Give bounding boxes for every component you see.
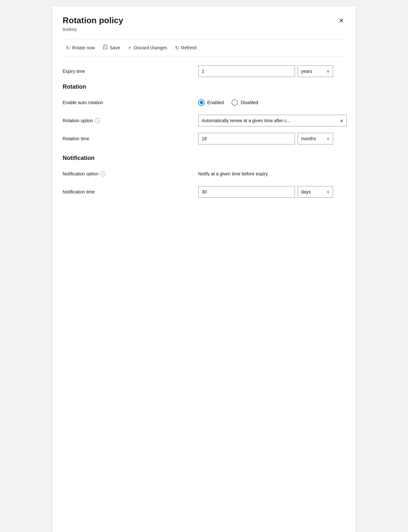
- rotation-option-value: Automatically renew at a given time afte…: [202, 118, 291, 123]
- rotation-time-unit-dropdown[interactable]: months ∨: [298, 133, 333, 144]
- rotate-icon: ↻: [66, 45, 70, 51]
- auto-rotation-label: Enable auto rotation: [63, 100, 198, 105]
- rotation-time-label: Rotation time: [63, 136, 198, 141]
- auto-rotation-control: Enabled Disabled: [198, 99, 345, 106]
- notification-time-label: Notification time: [63, 189, 198, 194]
- rotation-section-title: Rotation: [63, 84, 345, 90]
- enabled-radio[interactable]: Enabled: [198, 99, 224, 106]
- rotation-section: Rotation Enable auto rotation Enabled Di…: [63, 84, 345, 144]
- rotation-policy-panel: Rotation policy testkey ✕ ↻ Rotate now S…: [52, 6, 356, 532]
- auto-rotation-radio-group: Enabled Disabled: [198, 99, 258, 106]
- notification-time-control: days ∨: [198, 186, 345, 198]
- rotation-option-control: Automatically renew at a given time afte…: [198, 115, 347, 126]
- expiry-time-row: Expiry time years ∨: [63, 65, 345, 77]
- expiry-unit-value: years: [301, 69, 312, 74]
- svg-rect-1: [104, 45, 106, 46]
- refresh-button[interactable]: ↻ Refresh: [172, 43, 200, 53]
- notification-option-control: Notify at a given time before expiry: [198, 171, 345, 176]
- close-button[interactable]: ✕: [337, 16, 345, 25]
- rotation-time-input[interactable]: [198, 133, 295, 144]
- save-icon: [103, 44, 108, 51]
- enabled-label: Enabled: [207, 100, 224, 105]
- title-block: Rotation policy testkey: [63, 15, 123, 38]
- svg-rect-2: [104, 47, 107, 49]
- rotate-now-button[interactable]: ↻ Rotate now: [63, 43, 98, 53]
- notification-option-info-icon[interactable]: i: [100, 171, 106, 176]
- refresh-icon: ↻: [175, 45, 179, 51]
- discard-changes-button[interactable]: ✕ Discard changes: [125, 43, 170, 52]
- notification-section: Notification Notification option i Notif…: [63, 155, 345, 198]
- notification-time-row: Notification time days ∨: [63, 186, 345, 198]
- notification-time-unit-value: days: [301, 189, 311, 194]
- rotation-time-unit-value: months: [301, 136, 316, 141]
- chevron-down-icon: ∨: [340, 118, 343, 123]
- disabled-label: Disabled: [240, 100, 258, 105]
- panel-subtitle: testkey: [63, 27, 123, 32]
- disabled-radio[interactable]: Disabled: [231, 99, 258, 106]
- enabled-radio-circle: [198, 99, 205, 106]
- rotation-time-control: months ∨: [198, 133, 345, 144]
- panel-title: Rotation policy: [63, 15, 123, 25]
- notification-option-row: Notification option i Notify at a given …: [63, 168, 345, 180]
- save-button[interactable]: Save: [99, 43, 123, 53]
- rotate-now-label: Rotate now: [72, 45, 95, 50]
- expiry-time-label: Expiry time: [63, 69, 198, 74]
- discard-icon: ✕: [128, 45, 132, 50]
- notification-option-value: Notify at a given time before expiry: [198, 171, 268, 176]
- expiry-control-group: years ∨: [198, 65, 345, 77]
- chevron-down-icon: ∨: [327, 136, 330, 141]
- rotation-option-label: Rotation option i: [63, 118, 198, 123]
- rotation-option-row: Rotation option i Automatically renew at…: [63, 115, 345, 126]
- discard-label: Discard changes: [134, 45, 167, 50]
- refresh-label: Refresh: [181, 45, 197, 50]
- chevron-down-icon: ∨: [327, 69, 330, 74]
- notification-time-unit-dropdown[interactable]: days ∨: [298, 186, 333, 198]
- expiry-time-input[interactable]: [198, 65, 295, 77]
- expiry-unit-dropdown[interactable]: years ∨: [298, 65, 333, 77]
- auto-rotation-row: Enable auto rotation Enabled Disabled: [63, 97, 345, 108]
- notification-option-label: Notification option i: [63, 171, 198, 176]
- chevron-down-icon: ∨: [327, 190, 330, 194]
- disabled-radio-circle: [231, 99, 238, 106]
- panel-header: Rotation policy testkey ✕: [63, 15, 345, 38]
- rotation-time-row: Rotation time months ∨: [63, 133, 345, 144]
- toolbar: ↻ Rotate now Save ✕ Discard changes ↻ Re…: [63, 39, 345, 56]
- rotation-option-dropdown[interactable]: Automatically renew at a given time afte…: [198, 115, 347, 126]
- rotation-option-info-icon[interactable]: i: [95, 118, 100, 123]
- notification-section-title: Notification: [63, 155, 345, 162]
- notification-time-input[interactable]: [198, 186, 295, 198]
- save-label: Save: [110, 45, 120, 50]
